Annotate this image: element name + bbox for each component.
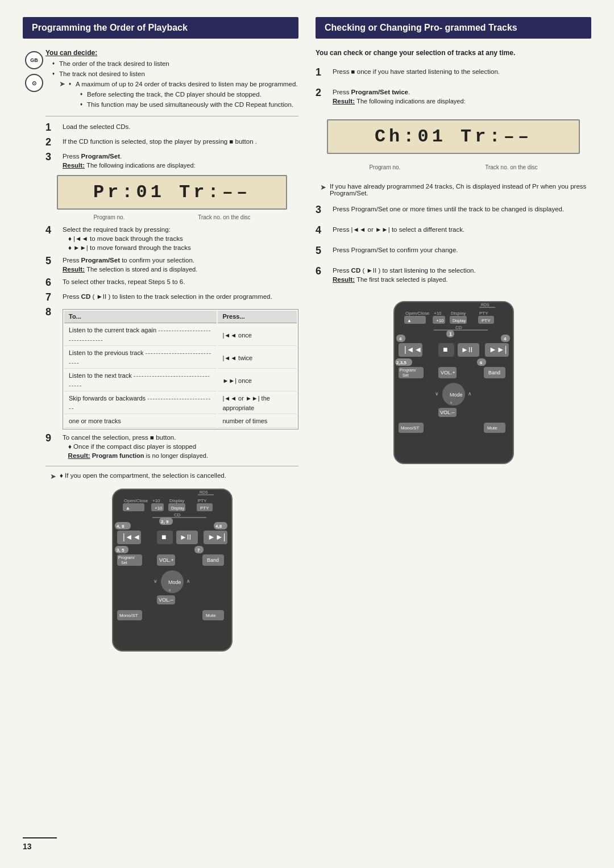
svg-text:Mono/ST: Mono/ST	[401, 425, 420, 431]
press-cell-5: number of times	[218, 415, 297, 428]
svg-text:PTY: PTY	[198, 498, 207, 503]
step-5-content: Press Program/Set to confirm your select…	[63, 256, 298, 274]
step-3-num: 3	[45, 152, 58, 163]
right-section-header: Checking or Changing Pro- grammed Tracks	[316, 17, 591, 39]
press-cell-3: ►►| once	[218, 370, 297, 391]
svg-text:2,3,5: 2,3,5	[396, 360, 406, 365]
left-header-text: Programming the Order of Playback	[32, 23, 188, 32]
right-step-2-content: Press Program/Set twice. Result: The fol…	[333, 87, 591, 106]
svg-text:+10: +10	[152, 498, 160, 503]
right-arrow-note-text: If you have already programmed 24 tracks…	[330, 183, 591, 197]
right-step-4-num: 4	[316, 225, 328, 236]
svg-text:Display: Display	[169, 498, 184, 503]
side-icons-bar: GB ⊙	[23, 49, 45, 657]
final-note-text: ♦ If you open the compartment, the selec…	[60, 472, 226, 479]
sub-bullets: Before selecting the track, the CD playe…	[80, 90, 298, 109]
svg-text:∨: ∨	[450, 400, 453, 404]
sub-bullet-1: Before selecting the track, the CD playe…	[80, 90, 298, 99]
svg-text:Display: Display	[451, 311, 466, 316]
action-cell-2: Listen to the previous track -----------…	[64, 347, 217, 369]
step-6-num: 6	[45, 277, 58, 289]
press-cell-1: |◄◄ once	[218, 324, 297, 346]
svg-text:4: 4	[504, 336, 507, 341]
step-6-content: To select other tracks, repeat Steps 5 t…	[63, 277, 298, 286]
right-step-2-num: 2	[316, 87, 328, 99]
step-9: 9 To cancel the selection, press ■ butto…	[45, 433, 298, 461]
left-section-header: Programming the Order of Playback	[23, 17, 298, 39]
table-row: Skip forwards or backwards -------------…	[64, 393, 297, 414]
right-step-6: 6 Press CD ( ►II ) to start listening to…	[316, 266, 591, 284]
can-decide-bullets: The order of the track desired to listen…	[52, 59, 298, 110]
right-step-1-content: Press ■ once if you have started listeni…	[333, 67, 591, 76]
step-4-num: 4	[45, 225, 58, 236]
right-intro: You can check or change your selection o…	[316, 49, 591, 57]
svg-text:RDS: RDS	[481, 303, 489, 307]
right-lcd-label-left: Program no.	[369, 164, 400, 170]
lcd-label-right: Track no. on the disc	[198, 214, 250, 220]
svg-text:∧: ∧	[186, 578, 190, 584]
right-step-1-num: 1	[316, 67, 328, 78]
svg-text:Band: Band	[207, 557, 219, 563]
right-step-2: 2 Press Program/Set twice. Result: The f…	[316, 87, 591, 106]
right-step-5: 5 Press Program/Set to confirm your chan…	[316, 245, 591, 257]
gb-label: GB	[30, 57, 38, 63]
final-note-arrow: ➤	[50, 472, 56, 481]
svg-text:2, 9: 2, 9	[161, 519, 169, 524]
right-lcd-label-right: Track no. on the disc	[485, 164, 537, 170]
right-step-4-content: Press |◄◄ or ►►| to select a different t…	[333, 225, 591, 234]
svg-text:Open/Close: Open/Close	[124, 498, 148, 503]
step-6: 6 To select other tracks, repeat Steps 5…	[45, 277, 298, 289]
svg-text:7: 7	[197, 548, 200, 553]
lcd-label-left: Program no.	[93, 214, 125, 220]
arrow-note-sub: A maximum of up to 24 order of tracks de…	[69, 80, 298, 110]
step-4: 4 Select the required track by pressing:…	[45, 225, 298, 252]
svg-text:■: ■	[161, 532, 166, 541]
svg-text:►II: ►II	[461, 345, 472, 354]
svg-text:VOL.+: VOL.+	[441, 370, 455, 375]
sub-bullet-2: This function may be used simultaneously…	[80, 100, 298, 109]
right-step-6-content: Press CD ( ►II ) to start listening to t…	[333, 266, 591, 284]
svg-text:1: 1	[449, 331, 452, 337]
step-9-content: To cancel the selection, press ■ button.…	[63, 433, 298, 461]
svg-text:+10: +10	[434, 311, 442, 316]
right-step-5-num: 5	[316, 245, 328, 257]
step-9-num: 9	[45, 433, 58, 444]
step-4-content: Select the required track by pressing: ♦…	[63, 225, 298, 252]
svg-text:Mono/ST: Mono/ST	[119, 613, 138, 618]
page: Programming the Order of Playback GB ⊙ Y…	[0, 0, 614, 868]
right-remote: Open/Close ▲ +10 +10 Display Display RDS	[388, 299, 519, 469]
svg-text:Set: Set	[403, 373, 409, 377]
left-main-content: You can decide: The order of the track d…	[45, 49, 298, 657]
step-1-num: 1	[45, 122, 58, 133]
step-1: 1 Load the selected CDs.	[45, 122, 298, 133]
can-decide-title: You can decide:	[45, 49, 298, 57]
lcd-display-left: Pr:​01 Tr:​––	[57, 175, 287, 210]
svg-text:►►|: ►►|	[489, 345, 507, 354]
circle-symbol: ⊙	[32, 80, 36, 86]
step-3-content: Press Program/Set. Result: The following…	[63, 152, 298, 170]
right-step-4: 4 Press |◄◄ or ►►| to select a different…	[316, 225, 591, 236]
svg-text:VOL.–: VOL.–	[440, 410, 455, 415]
svg-text:+10: +10	[436, 318, 444, 323]
svg-text:PTY: PTY	[482, 318, 491, 323]
svg-text:Display: Display	[453, 319, 466, 323]
svg-text:4,8: 4,8	[215, 524, 222, 529]
svg-text:3, 5: 3, 5	[117, 548, 125, 553]
gb-icon: GB	[25, 51, 43, 69]
lcd-labels-left: Program no. Track no. on the disc	[57, 214, 287, 220]
action-cell-4: Skip forwards or backwards -------------…	[64, 393, 217, 414]
svg-text:▲: ▲	[407, 318, 412, 323]
left-column: Programming the Order of Playback GB ⊙ Y…	[23, 17, 298, 828]
svg-text:CD: CD	[455, 325, 462, 330]
step-2-num: 2	[45, 137, 58, 148]
table-row: one or more tracks number of times	[64, 415, 297, 428]
right-step-3-num: 3	[316, 205, 328, 216]
right-step-6-num: 6	[316, 266, 328, 277]
arrow-symbol: ➤	[59, 80, 65, 110]
step-7: 7 Press CD ( ►II ) to listen to the trac…	[45, 292, 298, 303]
press-table: To... Press... Listen to the current tra…	[63, 309, 298, 429]
arrow-note-text: A maximum of up to 24 order of tracks de…	[69, 80, 298, 89]
right-remote-container: Open/Close ▲ +10 +10 Display Display RDS	[316, 299, 591, 469]
right-step-3-content: Press Program/Set one or more times unti…	[333, 205, 591, 214]
svg-text:4, 8: 4, 8	[117, 524, 125, 529]
